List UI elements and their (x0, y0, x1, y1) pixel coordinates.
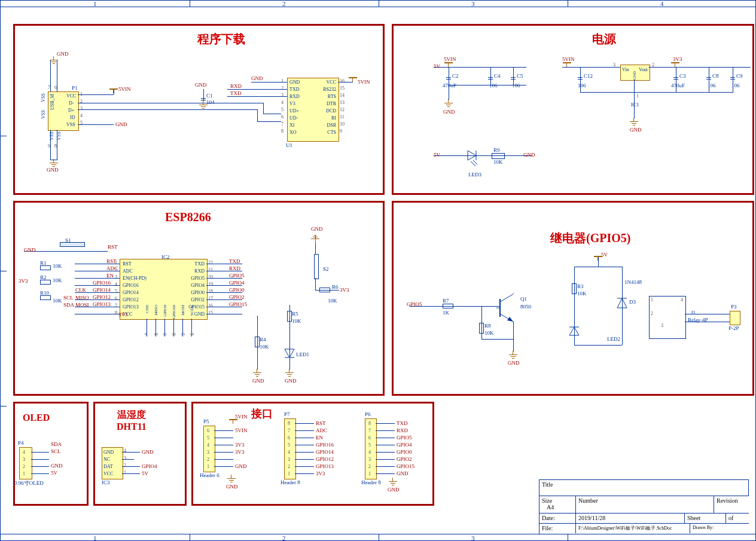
svg-marker-9 (507, 317, 513, 322)
tb-number-label: Number (576, 496, 714, 513)
tb-date-label: Date: (539, 514, 576, 523)
net-gpio5-relay: GPIO5 (407, 301, 422, 307)
component-r1 (40, 265, 51, 270)
component-r6 (319, 288, 330, 292)
gnd-symbol-2 (50, 163, 58, 169)
tb-title-label: Title (539, 480, 749, 496)
component-s1 (60, 242, 85, 247)
net-gnd-1: GND (57, 51, 69, 57)
component-c5 (511, 75, 516, 82)
led3-arrows (470, 160, 478, 169)
component-c12 (578, 75, 583, 82)
component-p5 (203, 426, 215, 472)
grid-col-2b: 2 (282, 534, 286, 541)
net-5vin-1: 5VIN (118, 86, 131, 92)
title-oled: OLED (23, 412, 50, 423)
net-5vin-u1: 5VIN (358, 79, 370, 85)
desig-ic1: IC1 (631, 102, 639, 108)
svg-marker-11 (569, 327, 579, 335)
component-c9 (730, 75, 735, 82)
component-led2 (568, 326, 580, 338)
component-p7 (284, 418, 296, 479)
component-p4 (19, 447, 32, 479)
net-5v-power: 5V (434, 63, 440, 69)
net-3v3-power: 3V3 (673, 56, 682, 62)
tb-revision-label: Revision (714, 496, 749, 513)
component-c2 (446, 75, 451, 82)
desig-p4: P4 (18, 440, 24, 446)
desig-ic2: IC2 (161, 254, 170, 260)
component-led1 (284, 348, 295, 360)
net-txd-u1: TXD (230, 90, 242, 96)
component-c3 (673, 75, 678, 82)
component-d3 (615, 296, 629, 310)
grid-col-3b: 3 (471, 534, 475, 541)
component-s2 (314, 254, 319, 279)
tb-file-label: File: (539, 524, 576, 533)
net-5vin-power2: 5VIN (562, 56, 575, 62)
tb-date-val: 2019/11/28 (576, 514, 685, 523)
grid-col-1: 1 (93, 0, 97, 7)
svg-marker-13 (617, 298, 627, 308)
tb-of-label: of (726, 514, 749, 523)
component-p6 (365, 418, 377, 479)
desig-u1: U1 (286, 142, 292, 148)
net-gnd-u1: GND (251, 75, 263, 81)
title-interface: 接口 (251, 406, 273, 421)
title-power: 电源 (592, 31, 616, 47)
component-p3 (730, 311, 740, 325)
tb-sheet-label: Sheet (685, 514, 726, 523)
net-rxd-u1: RXD (230, 83, 242, 89)
component-r8 (479, 323, 484, 334)
title-esp8266: ESP8266 (165, 210, 211, 224)
component-r10 (40, 295, 51, 300)
desig-ic3: IC3 (102, 479, 110, 485)
component-c1 (201, 96, 206, 103)
title-dht: 温湿度 DHT11 (117, 409, 147, 432)
title-program-download: 程序下载 (197, 31, 245, 47)
component-c8 (706, 75, 711, 82)
grid-col-4: 4 (660, 0, 664, 7)
svg-line-7 (500, 294, 513, 302)
tb-file-val: F:\AltiumDesigner\WiFi板子\WiFi板子.SchDoc (576, 524, 690, 533)
svg-line-3 (473, 160, 477, 164)
component-r5 (287, 311, 292, 322)
title-block: Title SizeA4 Number Revision Date: 2019/… (539, 479, 749, 534)
component-r7 (443, 304, 453, 308)
component-r2 (40, 280, 51, 285)
component-led3 (467, 149, 478, 161)
component-q1 (496, 293, 520, 323)
component-r4 (255, 337, 260, 347)
title-relay: 继电器(GPIO5) (550, 230, 630, 246)
tb-size-label: SizeA4 (539, 496, 576, 513)
schematic-sheet: 1 2 3 4 1 2 3 程序下载 P1 USB_M VCC D- D+ ID… (0, 0, 756, 541)
component-r3 (572, 283, 577, 294)
grid-col-1b: 1 (93, 534, 97, 541)
svg-marker-4 (285, 349, 294, 357)
net-5vin-power: 5VIN (444, 56, 456, 62)
p1-type: USB_M (50, 94, 55, 110)
grid-col-3: 3 (471, 0, 475, 7)
gnd-symbol-1 (50, 60, 58, 66)
desig-p1: P1 (72, 85, 78, 91)
component-r9 (492, 153, 505, 159)
tb-drawn-label: Drawn By: (690, 524, 749, 533)
power-bar-5vin (109, 88, 118, 90)
component-c4 (488, 75, 493, 82)
grid-col-2: 2 (282, 0, 286, 7)
svg-marker-0 (468, 151, 476, 160)
net-gnd-3: GND (115, 121, 127, 127)
